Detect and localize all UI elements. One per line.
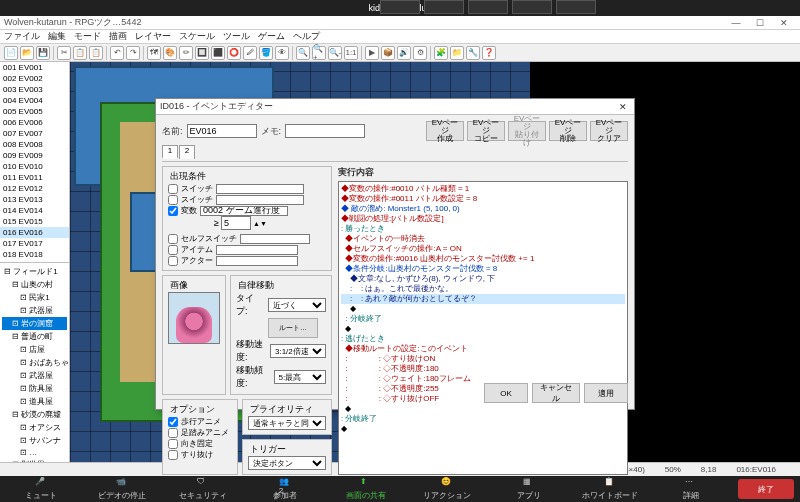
zoom-whiteboard-button[interactable]: 📋ホワイトボード bbox=[569, 477, 650, 501]
event-list-item[interactable]: 012 EV012 bbox=[0, 183, 69, 194]
command-line[interactable]: ◆イベントの一時消去 bbox=[341, 234, 625, 244]
toolbar-icon[interactable]: ⚙ bbox=[413, 46, 427, 60]
zoom-video-button[interactable]: 📹ビデオの停止 bbox=[81, 477, 162, 501]
zoom-reaction-button[interactable]: 😊リアクション bbox=[407, 477, 488, 501]
toolbar-icon[interactable]: ✏ bbox=[179, 46, 193, 60]
toolbar-icon[interactable]: ⬛ bbox=[211, 46, 225, 60]
variable-select[interactable] bbox=[200, 206, 288, 216]
tree-item[interactable]: ⊟ 山奥の村 bbox=[2, 278, 67, 291]
window-maximize-button[interactable]: ☐ bbox=[748, 18, 772, 28]
direction-fix-checkbox[interactable] bbox=[168, 439, 178, 449]
command-line[interactable]: ◆移動ルートの設定:このイベント bbox=[341, 344, 625, 354]
step-anime-checkbox[interactable] bbox=[168, 428, 178, 438]
participant-thumbnail[interactable] bbox=[468, 0, 508, 14]
tree-item[interactable]: ⊡ 民家1 bbox=[2, 291, 67, 304]
actor-checkbox[interactable] bbox=[168, 256, 178, 266]
selfswitch-checkbox[interactable] bbox=[168, 234, 178, 244]
command-line[interactable]: ◆文章:なし, かずひろ(8), ウィンドウ, 下 bbox=[341, 274, 625, 284]
command-line[interactable]: : 勝ったとき bbox=[341, 224, 625, 234]
cancel-button[interactable]: キャンセル bbox=[532, 383, 580, 403]
command-line[interactable]: : : ◇不透明度:180 bbox=[341, 364, 625, 374]
item-select[interactable] bbox=[216, 245, 298, 255]
event-list-item[interactable]: 005 EV005 bbox=[0, 106, 69, 117]
event-memo-input[interactable] bbox=[285, 124, 365, 138]
tree-item[interactable]: ⊡ 武器屋 bbox=[2, 304, 67, 317]
toolbar-icon[interactable]: 🔍- bbox=[328, 46, 342, 60]
map-tree[interactable]: ⊟ フィールド1⊟ 山奥の村⊡ 民家1⊡ 武器屋⊡ 岩の洞窟⊟ 普通の町⊡ 店屋… bbox=[0, 262, 69, 462]
switch1-checkbox[interactable] bbox=[168, 184, 178, 194]
participant-thumbnail[interactable] bbox=[380, 0, 420, 14]
toolbar-icon[interactable]: 🔊 bbox=[397, 46, 411, 60]
tree-item[interactable]: ⊟ フィールド1 bbox=[2, 265, 67, 278]
toolbar-icon[interactable]: 🔍+ bbox=[312, 46, 326, 60]
tree-item[interactable]: ⊡ 防具屋 bbox=[2, 382, 67, 395]
event-list-item[interactable]: 014 EV014 bbox=[0, 205, 69, 216]
event-list-item[interactable]: 006 EV006 bbox=[0, 117, 69, 128]
toolbar-icon[interactable]: 🎨 bbox=[163, 46, 177, 60]
zoom-more-button[interactable]: ⋯詳細 bbox=[651, 477, 732, 501]
tree-item[interactable]: ⊡ 武器屋 bbox=[2, 369, 67, 382]
event-list-item[interactable]: 007 EV007 bbox=[0, 128, 69, 139]
tree-item[interactable]: ⊟ 普通の町 bbox=[2, 330, 67, 343]
event-list-item[interactable]: 010 EV010 bbox=[0, 161, 69, 172]
dialog-close-button[interactable]: ✕ bbox=[616, 102, 630, 112]
toolbar-icon[interactable]: 📁 bbox=[450, 46, 464, 60]
event-list-item[interactable]: 004 EV004 bbox=[0, 95, 69, 106]
event-list-item[interactable]: 016 EV016 bbox=[0, 227, 69, 238]
menu-スケール[interactable]: スケール bbox=[179, 30, 215, 43]
event-list-item[interactable]: 009 EV009 bbox=[0, 150, 69, 161]
zoom-share-button[interactable]: ⬆画面の共有 bbox=[325, 477, 406, 501]
participant-thumbnail[interactable] bbox=[424, 0, 464, 14]
move-speed-select[interactable]: 3:1/2倍速 bbox=[270, 344, 326, 358]
menu-ヘルプ[interactable]: ヘルプ bbox=[293, 30, 320, 43]
command-line[interactable]: ◆変数の操作:#0016 山奥村のモンスター討伐数 += 1 bbox=[341, 254, 625, 264]
menu-モード[interactable]: モード bbox=[74, 30, 101, 43]
ok-button[interactable]: OK bbox=[484, 383, 528, 403]
toolbar-icon[interactable]: 🪣 bbox=[259, 46, 273, 60]
switch2-checkbox[interactable] bbox=[168, 195, 178, 205]
command-list[interactable]: ◆変数の操作:#0010 バトル種類 = 1◆変数の操作:#0011 バトル数設… bbox=[338, 181, 628, 475]
switch2-select[interactable] bbox=[216, 195, 304, 205]
toolbar-icon[interactable]: 🖉 bbox=[243, 46, 257, 60]
character-image-button[interactable] bbox=[168, 292, 220, 344]
tree-item[interactable]: ⊡ … bbox=[2, 447, 67, 458]
tree-item[interactable]: ⊡ おばあちゃんの家 bbox=[2, 356, 67, 369]
command-line[interactable]: ◆ bbox=[341, 304, 625, 314]
menu-編集[interactable]: 編集 bbox=[48, 30, 66, 43]
tree-item[interactable]: ⊡ 岩の洞窟 bbox=[2, 317, 67, 330]
zoom-mute-button[interactable]: 🎤ミュート bbox=[0, 477, 81, 501]
page-button-2[interactable]: EVページ 貼り付け bbox=[508, 121, 546, 141]
toolbar-icon[interactable]: 🧩 bbox=[434, 46, 448, 60]
toolbar-icon[interactable]: ✂ bbox=[57, 46, 71, 60]
command-line[interactable]: : 逃げたとき bbox=[341, 334, 625, 344]
command-line[interactable]: ◆変数の操作:#0010 バトル種類 = 1 bbox=[341, 184, 625, 194]
event-name-input[interactable] bbox=[187, 124, 257, 138]
command-line[interactable]: : 分岐終了 bbox=[341, 314, 625, 324]
event-list-item[interactable]: 001 EV001 bbox=[0, 62, 69, 73]
toolbar-icon[interactable]: 📋 bbox=[73, 46, 87, 60]
tree-item[interactable]: ⊡ 道具屋 bbox=[2, 395, 67, 408]
toolbar-icon[interactable]: 📦 bbox=[381, 46, 395, 60]
toolbar-icon[interactable]: ❓ bbox=[482, 46, 496, 60]
toolbar-icon[interactable]: ⭕ bbox=[227, 46, 241, 60]
through-checkbox[interactable] bbox=[168, 450, 178, 460]
command-line[interactable]: : : あれ？敵が何かおとしてるぞ？ bbox=[341, 294, 625, 304]
variable-checkbox[interactable] bbox=[168, 206, 178, 216]
page-button-1[interactable]: EVページ コピー bbox=[467, 121, 505, 141]
page-tab-1[interactable]: 1 bbox=[162, 145, 178, 159]
actor-select[interactable] bbox=[216, 256, 298, 266]
event-list-item[interactable]: 015 EV015 bbox=[0, 216, 69, 227]
command-line[interactable]: ◆条件分岐:山奥村のモンスター討伐数 = 8 bbox=[341, 264, 625, 274]
toolbar-icon[interactable]: 💾 bbox=[36, 46, 50, 60]
zoom-security-button[interactable]: 🛡セキュリティ bbox=[163, 477, 244, 501]
move-type-select[interactable]: 近づく bbox=[268, 298, 326, 312]
command-line[interactable]: ◆戦闘の処理:[バトル数設定] bbox=[341, 214, 625, 224]
priority-select[interactable]: 通常キャラと同じ bbox=[248, 416, 326, 430]
tree-item[interactable]: ⊡ オアシス bbox=[2, 421, 67, 434]
window-close-button[interactable]: ✕ bbox=[772, 18, 796, 28]
menu-ファイル[interactable]: ファイル bbox=[4, 30, 40, 43]
command-line[interactable]: : 分岐終了 bbox=[341, 414, 625, 424]
toolbar-icon[interactable]: ↶ bbox=[110, 46, 124, 60]
toolbar-icon[interactable]: 📄 bbox=[4, 46, 18, 60]
toolbar-icon[interactable]: ↷ bbox=[126, 46, 140, 60]
